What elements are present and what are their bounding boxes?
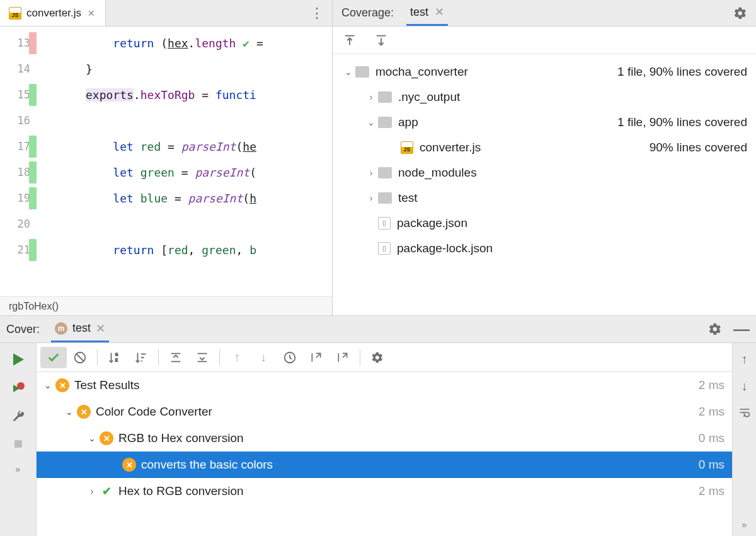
test-fail-icon: ✕ (77, 405, 91, 419)
test-fail-icon: ✕ (122, 458, 136, 472)
more-icon[interactable]: » (16, 464, 21, 474)
arrow-down-icon[interactable]: ↓ (742, 379, 748, 393)
editor-tab-label: converter.js (26, 7, 81, 20)
coverage-row[interactable]: converter.js90% lines covered (341, 135, 747, 160)
test-row[interactable]: ⌄✕Test Results2 ms (37, 372, 732, 399)
mocha-icon: m (55, 322, 67, 335)
close-icon[interactable]: ✕ (435, 5, 444, 19)
js-file-icon (401, 141, 413, 154)
test-label: converts the basic colors (141, 458, 273, 472)
close-icon[interactable]: ✕ (86, 7, 96, 20)
coverage-item-name: test (398, 191, 418, 205)
run-panel-header: Cover: m test ✕ — (0, 315, 756, 343)
folder-icon (378, 117, 392, 128)
coverage-item-name: app (398, 115, 418, 129)
sort-icon[interactable]: az (101, 347, 128, 368)
test-row[interactable]: ✕converts the basic colors0 ms (37, 452, 732, 478)
test-label: Test Results (74, 378, 139, 392)
coverage-item-stat: 90% lines covered (631, 141, 747, 154)
test-label: RGB to Hex conversion (118, 431, 244, 445)
rerun-failed-icon[interactable] (11, 381, 26, 396)
test-time: 2 ms (699, 484, 724, 498)
test-row[interactable]: ⌄✕RGB to Hex conversion0 ms (37, 425, 732, 452)
coverage-tree[interactable]: ⌄mocha_converter1 file, 90% lines covere… (333, 54, 756, 315)
coverage-item-name: converter.js (420, 141, 481, 154)
coverage-row[interactable]: ›node_modules (341, 160, 747, 185)
json-file-icon (378, 217, 391, 230)
cover-label: Cover: (6, 323, 40, 336)
expand-all-icon[interactable] (163, 347, 189, 368)
breadcrumb-label: rgbToHex() (9, 301, 59, 312)
test-tree[interactable]: ⌄✕Test Results2 ms⌄✕Color Code Converter… (37, 372, 732, 536)
coverage-row[interactable]: ›.nyc_output (341, 84, 747, 110)
close-icon[interactable]: ✕ (96, 322, 105, 335)
show-passed-icon[interactable] (40, 347, 67, 368)
test-fail-icon: ✕ (55, 378, 69, 392)
test-toolbar: az ↑ ↓ (37, 343, 732, 372)
test-pass-icon: ✔ (100, 484, 113, 498)
prev-icon[interactable]: ↑ (224, 347, 250, 368)
minimize-icon[interactable]: — (733, 320, 750, 339)
coverage-row[interactable]: ⌄app1 file, 90% lines covered (341, 110, 747, 135)
test-fail-icon: ✕ (100, 431, 113, 445)
gear-icon[interactable] (708, 322, 722, 336)
breadcrumb[interactable]: rgbToHex() (0, 296, 332, 315)
download-icon[interactable] (374, 33, 388, 47)
test-label: Color Code Converter (96, 405, 212, 419)
arrow-up-icon[interactable]: ↑ (742, 352, 748, 366)
coverage-row[interactable]: package.json (341, 211, 747, 236)
svg-text:z: z (115, 356, 118, 362)
collapse-all-icon[interactable] (189, 347, 215, 368)
editor-pane: converter.js ✕ ⋮ 131415161718192021 retu… (0, 0, 333, 315)
svg-rect-1 (14, 440, 22, 448)
import-icon[interactable] (303, 347, 329, 368)
code-editor[interactable]: 131415161718192021 return (hex.length ✔ … (0, 26, 332, 296)
show-ignored-icon[interactable] (67, 347, 93, 368)
folder-icon (378, 192, 392, 204)
editor-tab-converter[interactable]: converter.js ✕ (0, 0, 106, 26)
gear-icon[interactable] (733, 6, 747, 20)
test-row[interactable]: ›✔Hex to RGB conversion2 ms (37, 478, 732, 504)
run-left-toolbar: » (0, 343, 37, 536)
coverage-item-name: .nyc_output (398, 90, 460, 104)
test-time: 2 ms (699, 405, 724, 419)
coverage-item-stat: 1 file, 90% lines covered (598, 115, 747, 129)
coverage-item-stat: 1 file, 90% lines covered (598, 65, 747, 79)
folder-icon (378, 91, 392, 103)
coverage-row[interactable]: ›test (341, 185, 747, 211)
coverage-item-name: package.json (397, 216, 467, 230)
test-row[interactable]: ⌄✕Color Code Converter2 ms (37, 399, 732, 425)
rerun-icon[interactable] (11, 352, 26, 367)
coverage-pane: Coverage: test ✕ ⌄mocha_converter1 fi (333, 0, 756, 315)
editor-tabbar: converter.js ✕ ⋮ (0, 0, 332, 26)
export-icon[interactable] (329, 347, 356, 368)
json-file-icon (378, 242, 391, 255)
coverage-header: Coverage: test ✕ (333, 0, 756, 26)
coverage-item-name: node_modules (398, 166, 477, 180)
upload-icon[interactable] (343, 33, 357, 47)
coverage-row[interactable]: ⌄mocha_converter1 file, 90% lines covere… (341, 59, 747, 84)
more-icon[interactable]: » (742, 520, 747, 530)
sort-duration-icon[interactable] (128, 347, 154, 368)
run-tab-label: test (72, 322, 91, 335)
folder-icon (355, 66, 369, 78)
history-icon[interactable] (277, 347, 303, 368)
test-time: 2 ms (699, 378, 724, 392)
next-icon[interactable]: ↓ (250, 347, 277, 368)
kebab-menu-icon[interactable]: ⋮ (302, 0, 332, 26)
run-tab[interactable]: m test ✕ (51, 316, 109, 342)
coverage-tab[interactable]: test ✕ (406, 0, 448, 26)
gear-icon[interactable] (364, 347, 391, 368)
coverage-tab-label: test (410, 6, 428, 19)
soft-wrap-icon[interactable] (738, 406, 751, 419)
wrench-icon[interactable] (11, 410, 25, 424)
run-panel: » az ↑ ↓ ⌄✕Test Results2 ms⌄ (0, 343, 756, 536)
js-file-icon (9, 7, 21, 20)
coverage-toolbar (333, 26, 756, 54)
coverage-item-name: package-lock.json (397, 242, 493, 255)
stop-icon[interactable] (12, 438, 25, 450)
coverage-item-name: mocha_converter (375, 65, 468, 79)
folder-icon (378, 167, 392, 178)
coverage-title: Coverage: (341, 6, 394, 20)
coverage-row[interactable]: package-lock.json (341, 236, 747, 261)
